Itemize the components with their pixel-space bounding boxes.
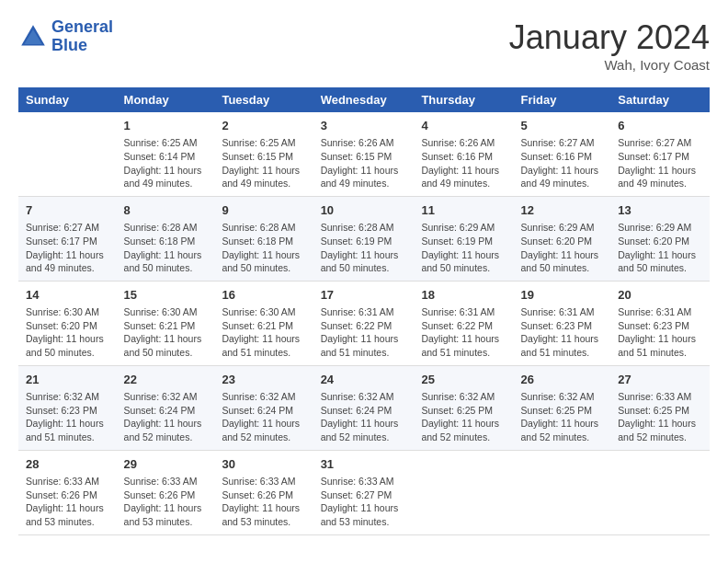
calendar-cell: 6Sunrise: 6:27 AMSunset: 6:17 PMDaylight… bbox=[610, 112, 710, 196]
calendar-cell bbox=[513, 450, 610, 534]
day-info: Sunrise: 6:33 AMSunset: 6:26 PMDaylight:… bbox=[124, 475, 208, 529]
day-info: Sunrise: 6:31 AMSunset: 6:22 PMDaylight:… bbox=[321, 305, 407, 360]
column-header-tuesday: Tuesday bbox=[214, 87, 313, 112]
day-number: 5 bbox=[520, 118, 603, 134]
day-number: 16 bbox=[222, 287, 305, 304]
calendar-cell: 4Sunrise: 6:26 AMSunset: 6:16 PMDaylight… bbox=[414, 112, 513, 196]
day-number: 21 bbox=[26, 372, 109, 388]
calendar-cell: 5Sunrise: 6:27 AMSunset: 6:16 PMDaylight… bbox=[513, 112, 610, 196]
day-number: 17 bbox=[321, 287, 407, 304]
logo-icon bbox=[18, 22, 48, 52]
day-info: Sunrise: 6:33 AMSunset: 6:26 PMDaylight:… bbox=[26, 475, 109, 529]
day-number: 19 bbox=[520, 287, 603, 304]
day-number: 29 bbox=[124, 456, 208, 473]
day-info: Sunrise: 6:32 AMSunset: 6:24 PMDaylight:… bbox=[124, 390, 208, 444]
title-block: January 2024 Wah, Ivory Coast bbox=[509, 18, 710, 73]
page-header: General Blue January 2024 Wah, Ivory Coa… bbox=[18, 18, 710, 73]
day-number: 24 bbox=[321, 372, 407, 388]
logo-line1: General bbox=[51, 17, 113, 36]
calendar-cell: 21Sunrise: 6:32 AMSunset: 6:23 PMDayligh… bbox=[18, 365, 117, 450]
day-info: Sunrise: 6:31 AMSunset: 6:22 PMDaylight:… bbox=[421, 305, 506, 360]
day-number: 2 bbox=[222, 118, 305, 134]
calendar-cell: 8Sunrise: 6:28 AMSunset: 6:18 PMDaylight… bbox=[117, 196, 215, 281]
day-number: 31 bbox=[321, 456, 407, 473]
calendar-cell: 10Sunrise: 6:28 AMSunset: 6:19 PMDayligh… bbox=[313, 196, 415, 281]
day-number: 15 bbox=[124, 287, 208, 304]
day-number: 10 bbox=[321, 202, 407, 219]
day-number: 12 bbox=[520, 202, 603, 219]
calendar-cell: 14Sunrise: 6:30 AMSunset: 6:20 PMDayligh… bbox=[18, 281, 117, 365]
day-number: 20 bbox=[618, 287, 702, 304]
calendar-cell: 7Sunrise: 6:27 AMSunset: 6:17 PMDaylight… bbox=[18, 196, 117, 281]
day-number: 11 bbox=[421, 202, 506, 219]
day-number: 25 bbox=[421, 372, 506, 388]
calendar-cell: 12Sunrise: 6:29 AMSunset: 6:20 PMDayligh… bbox=[513, 196, 610, 281]
day-info: Sunrise: 6:28 AMSunset: 6:19 PMDaylight:… bbox=[321, 221, 407, 275]
day-number: 28 bbox=[26, 456, 109, 473]
header-row: SundayMondayTuesdayWednesdayThursdayFrid… bbox=[18, 87, 710, 112]
calendar-cell: 2Sunrise: 6:25 AMSunset: 6:15 PMDaylight… bbox=[214, 112, 313, 196]
calendar-cell: 30Sunrise: 6:33 AMSunset: 6:26 PMDayligh… bbox=[214, 450, 313, 534]
calendar-cell: 16Sunrise: 6:30 AMSunset: 6:21 PMDayligh… bbox=[214, 281, 313, 365]
day-info: Sunrise: 6:32 AMSunset: 6:25 PMDaylight:… bbox=[421, 390, 506, 444]
logo-text: General Blue bbox=[51, 18, 113, 55]
day-info: Sunrise: 6:33 AMSunset: 6:27 PMDaylight:… bbox=[321, 475, 407, 529]
column-header-saturday: Saturday bbox=[610, 87, 710, 112]
day-number: 1 bbox=[124, 118, 208, 134]
calendar-cell: 3Sunrise: 6:26 AMSunset: 6:15 PMDaylight… bbox=[313, 112, 415, 196]
calendar-cell: 22Sunrise: 6:32 AMSunset: 6:24 PMDayligh… bbox=[117, 365, 215, 450]
day-info: Sunrise: 6:25 AMSunset: 6:15 PMDaylight:… bbox=[222, 136, 305, 190]
day-info: Sunrise: 6:28 AMSunset: 6:18 PMDaylight:… bbox=[124, 221, 208, 275]
day-number: 30 bbox=[222, 456, 305, 473]
column-header-sunday: Sunday bbox=[18, 87, 117, 112]
calendar-cell: 18Sunrise: 6:31 AMSunset: 6:22 PMDayligh… bbox=[414, 281, 513, 365]
day-info: Sunrise: 6:30 AMSunset: 6:21 PMDaylight:… bbox=[222, 305, 305, 360]
week-row-2: 7Sunrise: 6:27 AMSunset: 6:17 PMDaylight… bbox=[18, 196, 710, 281]
logo: General Blue bbox=[18, 18, 113, 55]
day-info: Sunrise: 6:33 AMSunset: 6:26 PMDaylight:… bbox=[222, 475, 305, 529]
column-header-friday: Friday bbox=[513, 87, 610, 112]
calendar-cell bbox=[610, 450, 710, 534]
day-number: 9 bbox=[222, 202, 305, 219]
calendar-cell: 24Sunrise: 6:32 AMSunset: 6:24 PMDayligh… bbox=[313, 365, 415, 450]
day-info: Sunrise: 6:29 AMSunset: 6:19 PMDaylight:… bbox=[421, 221, 506, 275]
calendar-cell bbox=[18, 112, 117, 196]
calendar-cell: 29Sunrise: 6:33 AMSunset: 6:26 PMDayligh… bbox=[117, 450, 215, 534]
location: Wah, Ivory Coast bbox=[509, 57, 710, 73]
day-info: Sunrise: 6:25 AMSunset: 6:14 PMDaylight:… bbox=[124, 136, 208, 190]
calendar-cell: 27Sunrise: 6:33 AMSunset: 6:25 PMDayligh… bbox=[610, 365, 710, 450]
column-header-thursday: Thursday bbox=[414, 87, 513, 112]
calendar-cell: 19Sunrise: 6:31 AMSunset: 6:23 PMDayligh… bbox=[513, 281, 610, 365]
week-row-5: 28Sunrise: 6:33 AMSunset: 6:26 PMDayligh… bbox=[18, 450, 710, 534]
day-number: 27 bbox=[618, 372, 702, 388]
calendar-cell: 20Sunrise: 6:31 AMSunset: 6:23 PMDayligh… bbox=[610, 281, 710, 365]
day-info: Sunrise: 6:32 AMSunset: 6:23 PMDaylight:… bbox=[26, 390, 109, 444]
day-info: Sunrise: 6:28 AMSunset: 6:18 PMDaylight:… bbox=[222, 221, 305, 275]
logo-line2: Blue bbox=[51, 36, 87, 54]
month-title: January 2024 bbox=[509, 18, 710, 57]
calendar-cell: 1Sunrise: 6:25 AMSunset: 6:14 PMDaylight… bbox=[117, 112, 215, 196]
week-row-1: 1Sunrise: 6:25 AMSunset: 6:14 PMDaylight… bbox=[18, 112, 710, 196]
calendar-cell: 17Sunrise: 6:31 AMSunset: 6:22 PMDayligh… bbox=[313, 281, 415, 365]
day-info: Sunrise: 6:26 AMSunset: 6:15 PMDaylight:… bbox=[321, 136, 407, 190]
calendar-cell: 11Sunrise: 6:29 AMSunset: 6:19 PMDayligh… bbox=[414, 196, 513, 281]
day-info: Sunrise: 6:30 AMSunset: 6:21 PMDaylight:… bbox=[124, 305, 208, 360]
day-number: 4 bbox=[421, 118, 506, 134]
day-number: 23 bbox=[222, 372, 305, 388]
day-number: 8 bbox=[124, 202, 208, 219]
day-number: 13 bbox=[618, 202, 702, 219]
calendar-cell: 26Sunrise: 6:32 AMSunset: 6:25 PMDayligh… bbox=[513, 365, 610, 450]
day-info: Sunrise: 6:32 AMSunset: 6:25 PMDaylight:… bbox=[520, 390, 603, 444]
day-info: Sunrise: 6:29 AMSunset: 6:20 PMDaylight:… bbox=[520, 221, 603, 275]
calendar-cell: 15Sunrise: 6:30 AMSunset: 6:21 PMDayligh… bbox=[117, 281, 215, 365]
calendar-cell: 28Sunrise: 6:33 AMSunset: 6:26 PMDayligh… bbox=[18, 450, 117, 534]
column-header-monday: Monday bbox=[117, 87, 215, 112]
day-number: 6 bbox=[618, 118, 702, 134]
day-info: Sunrise: 6:27 AMSunset: 6:17 PMDaylight:… bbox=[618, 136, 702, 190]
day-number: 26 bbox=[520, 372, 603, 388]
day-info: Sunrise: 6:33 AMSunset: 6:25 PMDaylight:… bbox=[618, 390, 702, 444]
calendar-cell: 13Sunrise: 6:29 AMSunset: 6:20 PMDayligh… bbox=[610, 196, 710, 281]
calendar-cell: 23Sunrise: 6:32 AMSunset: 6:24 PMDayligh… bbox=[214, 365, 313, 450]
column-header-wednesday: Wednesday bbox=[313, 87, 415, 112]
day-number: 3 bbox=[321, 118, 407, 134]
